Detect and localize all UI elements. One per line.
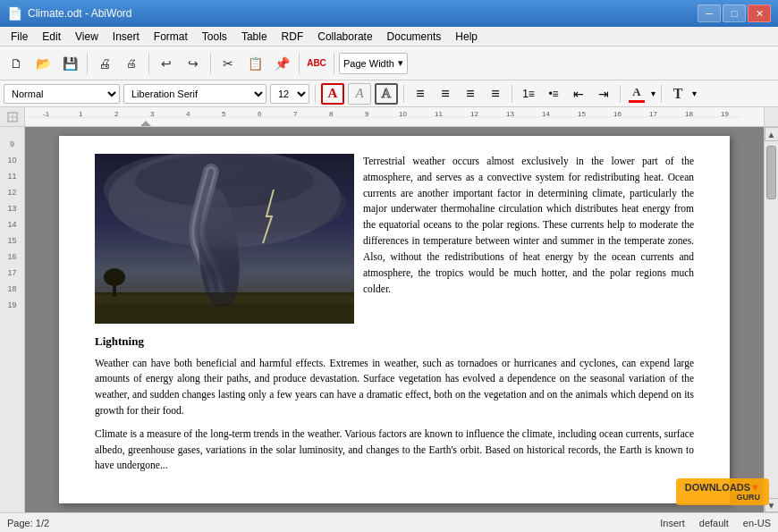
toolbar-sep-2 xyxy=(148,53,149,74)
menu-help[interactable]: Help xyxy=(448,29,485,45)
line-12: 12 xyxy=(0,184,24,200)
menu-edit[interactable]: Edit xyxy=(35,29,68,45)
statusbar: Page: 1/2 Insert default en-US xyxy=(0,512,778,532)
ruler-scrollbar-space xyxy=(764,107,778,126)
svg-text:11: 11 xyxy=(435,110,443,118)
formatbar: Normal Heading 1 Heading 2 Liberation Se… xyxy=(0,80,778,107)
cut-button[interactable]: ✂ xyxy=(216,51,241,76)
toolbar: 🗋 📂 💾 🖨 🖨 ↩ ↪ ✂ 📋 📌 ABC Page Width ▾ xyxy=(0,46,778,80)
maximize-button[interactable]: □ xyxy=(723,4,746,22)
svg-text:4: 4 xyxy=(186,110,190,118)
line-16: 16 xyxy=(0,249,24,265)
document-page[interactable]: Terrestrial weather occurs almost exclus… xyxy=(59,136,730,503)
menu-view[interactable]: View xyxy=(68,29,106,45)
watermark-logo: DOWNLOADS▼GURU xyxy=(676,478,769,505)
menu-documents[interactable]: Documents xyxy=(380,29,449,45)
line-17: 17 xyxy=(0,265,24,281)
paragraph-1: Terrestrial weather occurs almost exclus… xyxy=(363,154,694,297)
indent-decrease-button[interactable]: ⇤ xyxy=(568,84,589,104)
line-10: 10 xyxy=(0,152,24,168)
bold-button[interactable]: A xyxy=(321,83,344,105)
svg-text:9: 9 xyxy=(365,110,369,118)
font-size-selector[interactable]: 12 10 14 16 xyxy=(270,84,309,104)
align-center-button[interactable]: ≡ xyxy=(435,84,456,104)
svg-text:2: 2 xyxy=(114,110,119,118)
copy-button[interactable]: 📋 xyxy=(242,51,267,76)
window-title: Climate.odt - AbiWord xyxy=(28,7,132,20)
indent-increase-button[interactable]: ⇥ xyxy=(593,84,614,104)
menu-insert[interactable]: Insert xyxy=(106,29,147,45)
status-right: Insert default en-US xyxy=(660,518,771,528)
align-right-button[interactable]: ≡ xyxy=(460,84,481,104)
svg-marker-24 xyxy=(140,121,152,127)
align-left-button[interactable]: ≡ xyxy=(410,84,431,104)
open-button[interactable]: 📂 xyxy=(30,51,55,76)
ruler: -1 1 2 3 4 5 6 7 8 9 10 11 12 13 14 15 1… xyxy=(25,107,764,126)
italic-button[interactable]: A xyxy=(348,83,371,105)
line-9: 9 xyxy=(0,136,24,152)
style-selector[interactable]: Normal Heading 1 Heading 2 xyxy=(4,84,120,104)
vertical-scrollbar[interactable]: ▲ ▼ xyxy=(764,127,778,512)
fmt-sep-5 xyxy=(661,85,662,103)
close-button[interactable]: ✕ xyxy=(748,4,771,22)
lightning-heading: Lightning xyxy=(95,333,694,350)
zoom-selector[interactable]: Page Width ▾ xyxy=(339,53,408,74)
svg-text:13: 13 xyxy=(506,110,514,118)
menu-format[interactable]: Format xyxy=(147,29,195,45)
zoom-dropdown-icon: ▾ xyxy=(398,57,403,69)
minimize-button[interactable]: ─ xyxy=(698,4,721,22)
ruler-svg: -1 1 2 3 4 5 6 7 8 9 10 11 12 13 14 15 1… xyxy=(25,107,764,126)
spellcheck-button[interactable]: ABC xyxy=(304,51,329,76)
outline-button[interactable]: A xyxy=(375,83,398,105)
paragraph-2: Weather can have both beneficial and har… xyxy=(95,356,694,419)
line-15: 15 xyxy=(0,232,24,249)
scroll-track[interactable] xyxy=(765,141,778,498)
save-button[interactable]: 💾 xyxy=(57,51,82,76)
align-justify-button[interactable]: ≡ xyxy=(485,84,506,104)
menu-tools[interactable]: Tools xyxy=(195,29,234,45)
numbering-button[interactable]: 1≡ xyxy=(518,84,539,104)
scroll-up-button[interactable]: ▲ xyxy=(765,127,779,141)
document-scroll-area[interactable]: Terrestrial weather occurs almost exclus… xyxy=(25,127,764,512)
toolbar-sep-1 xyxy=(87,53,88,74)
line-19: 19 xyxy=(0,297,24,313)
menu-rdf[interactable]: RDF xyxy=(275,29,311,45)
svg-text:1: 1 xyxy=(79,110,83,118)
image-text-section: Terrestrial weather occurs almost exclus… xyxy=(95,154,694,324)
svg-text:17: 17 xyxy=(649,110,657,118)
bullets-button[interactable]: •≡ xyxy=(543,84,564,104)
menu-collaborate[interactable]: Collaborate xyxy=(310,29,379,45)
line-11: 11 xyxy=(0,168,24,184)
svg-text:3: 3 xyxy=(150,110,155,118)
toolbar-sep-3 xyxy=(210,53,211,74)
menu-table[interactable]: Table xyxy=(234,29,275,45)
document-right-text[interactable]: Terrestrial weather occurs almost exclus… xyxy=(363,154,694,324)
menu-file[interactable]: File xyxy=(4,29,35,45)
menubar: File Edit View Insert Format Tools Table… xyxy=(0,27,778,46)
svg-text:14: 14 xyxy=(542,110,550,118)
print-preview-button[interactable]: 🖨 xyxy=(119,51,144,76)
new-button[interactable]: 🗋 xyxy=(4,51,29,76)
window-controls: ─ □ ✕ xyxy=(698,4,771,22)
svg-text:12: 12 xyxy=(470,110,478,118)
app-icon: 📄 xyxy=(7,6,22,21)
color-dropdown-icon[interactable]: ▾ xyxy=(651,89,655,98)
print-button[interactable]: 🖨 xyxy=(92,51,117,76)
text-large-button[interactable]: T xyxy=(667,84,689,104)
toolbar-sep-5 xyxy=(334,53,334,74)
svg-point-29 xyxy=(135,154,314,207)
titlebar: 📄 Climate.odt - AbiWord ─ □ ✕ xyxy=(0,0,778,27)
svg-text:10: 10 xyxy=(399,110,407,118)
locale: en-US xyxy=(743,518,771,528)
svg-text:7: 7 xyxy=(293,110,298,118)
ruler-container: -1 1 2 3 4 5 6 7 8 9 10 11 12 13 14 15 1… xyxy=(0,107,778,127)
svg-text:16: 16 xyxy=(613,110,622,118)
paste-button[interactable]: 📌 xyxy=(269,51,294,76)
undo-button[interactable]: ↩ xyxy=(154,51,179,76)
font-selector[interactable]: Liberation Serif Arial Times New Roman xyxy=(123,84,266,104)
text-dropdown-icon[interactable]: ▾ xyxy=(692,89,697,98)
scroll-thumb[interactable] xyxy=(766,146,776,199)
redo-button[interactable]: ↪ xyxy=(181,51,206,76)
storm-bg xyxy=(95,154,354,324)
font-color-button[interactable]: A xyxy=(626,84,647,104)
